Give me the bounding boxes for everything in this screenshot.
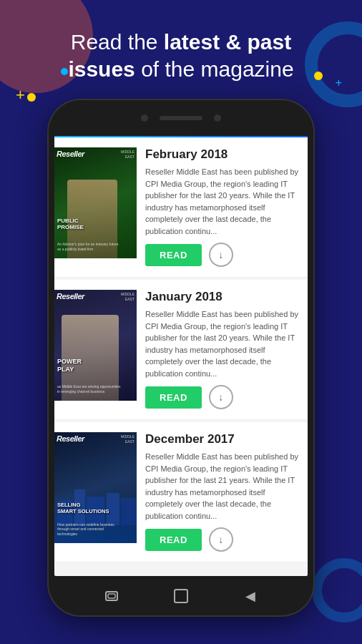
cover-region-dec: MIDDLEEAST [121,434,134,444]
read-button[interactable]: READ [145,244,202,266]
nav-recents-button[interactable] [103,587,120,605]
magazine-actions-dec: READ ↓ [145,527,299,552]
back-icon: ◀ [245,588,255,604]
magazine-cover-dec: Reseller MIDDLEEAST SELLINGSMART SOLUTIO… [54,432,137,543]
magazine-title-jan: January 2018 [145,290,299,304]
cover-subtext: An Advisor's plan for an industry future… [57,242,122,251]
magazine-actions-jan: READ ↓ [145,385,299,409]
read-button-dec[interactable]: READ [145,529,202,551]
home-icon [174,589,188,603]
header-title: Read the latest & past issues of the mag… [21,29,341,82]
front-camera-right [214,114,221,122]
cover-bg-dec: Reseller MIDDLEEAST SELLINGSMART SOLUTIO… [54,432,137,543]
magazine-description-jan: Reseller Middle East has been published … [145,308,299,379]
download-icon-dec: ↓ [218,534,223,545]
magazine-description-dec: Reseller Middle East has been published … [145,451,299,522]
header-section: Read the latest & past issues of the mag… [0,14,362,82]
nav-back-button[interactable]: ◀ [242,587,259,605]
download-button-jan[interactable]: ↓ [209,385,233,409]
header-line1-bold: latest & past [164,30,291,54]
phone-speaker [160,116,202,120]
svg-rect-1 [108,594,115,598]
cover-subtext-jan: as Middle East are seizing opportunities… [57,384,122,394]
decor-dot-1 [27,93,36,102]
magazine-info-jan: January 2018 Reseller Middle East has be… [145,290,299,409]
magazine-item: Reseller MIDDLEEAST POWERPLAY as Middle … [54,280,308,420]
cover-headline-dec: SELLINGSMART SOLUTIONS [57,502,109,514]
magazine-description: Reseller Middle East has been published … [145,166,299,237]
header-line2-plain: of the magazine [135,57,294,81]
cover-bg-jan: Reseller MIDDLEEAST POWERPLAY as Middle … [54,290,137,401]
cover-subtext-dec: How partners can redefine business throu… [57,522,122,537]
decor-circle-br [312,558,362,623]
phone-screen[interactable]: Reseller MIDDLEEAST PUBLICPROMISE An Adv… [54,135,308,576]
download-icon-jan: ↓ [218,391,223,403]
phone-bottom-bezel: ◀ [49,576,313,615]
magazine-item: Reseller MIDDLEEAST SELLINGSMART SOLUTIO… [54,422,308,562]
read-button-jan[interactable]: READ [145,386,202,409]
cover-headline-text: PUBLICPROMISE [57,218,84,231]
magazine-list: Reseller MIDDLEEAST PUBLICPROMISE An Adv… [54,137,308,562]
phone-device: ◀ Reseller MIDDLEEAST PUBLICPROMISE An [49,100,313,615]
download-button[interactable]: ↓ [209,243,233,267]
magazine-info-dec: December 2017 Reseller Middle East has b… [145,432,299,552]
cover-region-jan: MIDDLEEAST [121,292,134,301]
cover-bg-feb: Reseller MIDDLEEAST PUBLICPROMISE An Adv… [54,147,137,258]
cover-reseller-logo: Reseller [57,150,84,158]
magazine-info-feb: February 2018 Reseller Middle East has b… [145,147,299,267]
cover-region-label: MIDDLEEAST [121,150,134,159]
magazine-title: February 2018 [145,147,299,162]
phone-top-bezel [49,100,313,136]
magazine-cover-jan: Reseller MIDDLEEAST POWERPLAY as Middle … [54,290,137,401]
nav-home-button[interactable] [172,587,190,605]
decor-plus-1: + [16,87,25,103]
cover-headline-jan: POWERPLAY [57,358,82,374]
header-line2-bold: issues [68,57,134,81]
magazine-title-dec: December 2017 [145,432,299,447]
header-line1-plain: Read the [71,30,164,54]
magazine-item: Reseller MIDDLEEAST PUBLICPROMISE An Adv… [54,137,308,278]
cover-reseller-logo-dec: Reseller [57,434,84,443]
magazine-actions: READ ↓ [145,243,299,267]
cover-reseller-logo-jan: Reseller [57,292,84,301]
building-5 [121,498,137,525]
magazine-cover-feb: Reseller MIDDLEEAST PUBLICPROMISE An Adv… [54,147,137,258]
front-camera-left [141,114,148,122]
download-icon: ↓ [218,249,223,260]
download-button-dec[interactable]: ↓ [209,527,233,552]
